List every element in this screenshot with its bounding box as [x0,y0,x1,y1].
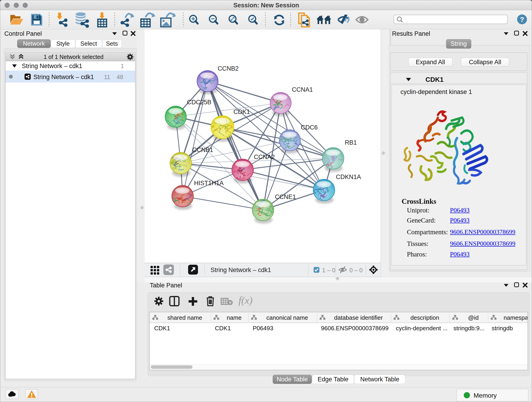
svg-text:CDC25B: CDC25B [187,99,211,106]
svg-text:CCNA1: CCNA1 [292,86,313,93]
svg-text:CDKN1A: CDKN1A [336,173,361,180]
svg-text:RB1: RB1 [345,139,357,146]
svg-text:CCNA2: CCNA2 [254,153,275,160]
svg-text:CCNB1: CCNB1 [192,147,213,153]
svg-text:CDC6: CDC6 [301,124,318,131]
svg-text:HIST1H1A: HIST1H1A [194,180,224,186]
svg-text:CDK1: CDK1 [234,108,250,115]
svg-text:CCNE1: CCNE1 [275,193,296,200]
svg-text:CCNB2: CCNB2 [218,65,239,72]
